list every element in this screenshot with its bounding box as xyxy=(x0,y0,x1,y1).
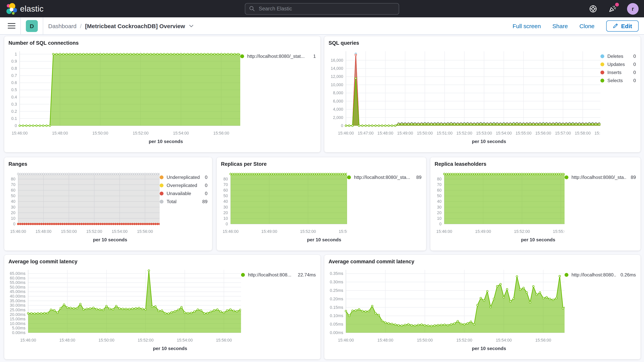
command-commit-latency-chart[interactable]: 15:46:0015:48:0015:50:0015:52:0015:54:00… xyxy=(324,264,564,357)
svg-text:12,000: 12,000 xyxy=(331,74,343,79)
legend-color-dot xyxy=(241,273,245,276)
svg-text:0: 0 xyxy=(226,222,228,226)
sql-queries-chart[interactable]: 15:46:0015:47:0015:48:0015:49:0015:50:00… xyxy=(324,46,600,150)
svg-text:15:52:00: 15:52:00 xyxy=(133,131,148,135)
svg-text:0.00ms: 0.00ms xyxy=(330,330,343,335)
legend-item[interactable]: http://localhost:8080/_stat...1 xyxy=(240,52,316,60)
svg-text:15:58:00: 15:58:00 xyxy=(575,131,590,135)
svg-text:20: 20 xyxy=(223,210,228,215)
edit-button-label: Edit xyxy=(621,22,632,29)
legend-item[interactable]: Total89 xyxy=(160,198,208,206)
legend-color-dot xyxy=(160,192,164,195)
nav-bar: D Dashboard / [Metricbeat CockroachDB] O… xyxy=(0,17,644,35)
replicas-per-store-chart[interactable]: 15:46:0015:49:0015:52:0015:55:0015:58:00… xyxy=(217,167,347,249)
breadcrumb-dashboard[interactable]: Dashboard xyxy=(48,22,76,29)
chart-svg: 15:46:0015:48:0015:50:0015:52:0015:54:00… xyxy=(4,167,160,249)
svg-text:0.25ms: 0.25ms xyxy=(330,288,343,292)
svg-text:15:49:00: 15:49:00 xyxy=(261,229,277,234)
svg-text:15:49:00: 15:49:00 xyxy=(475,229,491,234)
kibana-app: elastic xyxy=(0,0,644,362)
sql-connections-chart[interactable]: 15:46:0015:48:0015:50:0015:52:0015:54:00… xyxy=(4,46,240,150)
elastic-logo-icon xyxy=(6,2,17,15)
svg-text:70: 70 xyxy=(223,182,228,187)
replica-leaseholders-chart[interactable]: 15:46:0015:49:0015:52:0015:55:0015:58:00… xyxy=(430,167,564,249)
svg-text:per 10 seconds: per 10 seconds xyxy=(521,237,555,242)
legend-value: 22.74ms xyxy=(298,272,316,278)
legend-color-dot xyxy=(600,54,604,58)
svg-text:per 10 seconds: per 10 seconds xyxy=(307,237,341,242)
legend-value: 0 xyxy=(205,182,208,188)
log-commit-latency-chart[interactable]: 15:46:0015:48:0015:50:0015:52:0015:54:00… xyxy=(4,264,241,357)
svg-text:0: 0 xyxy=(341,123,343,128)
pencil-icon xyxy=(612,23,618,28)
svg-text:15:46:00: 15:46:00 xyxy=(20,338,36,342)
svg-text:15:48:00: 15:48:00 xyxy=(377,131,393,135)
chart-svg: 15:46:0015:47:0015:48:0015:49:0015:50:00… xyxy=(324,46,600,150)
chart-title: Replicas per Store xyxy=(217,157,426,167)
user-avatar[interactable]: r xyxy=(627,3,638,14)
brand-text: elastic xyxy=(20,4,44,13)
dashboard-app-badge[interactable]: D xyxy=(26,20,38,32)
full-screen-button[interactable]: Full screen xyxy=(512,22,541,29)
legend-item[interactable]: http://localhost:808...22.74ms xyxy=(241,271,316,279)
svg-text:0.10ms: 0.10ms xyxy=(330,314,343,318)
share-button[interactable]: Share xyxy=(552,22,568,29)
svg-text:80: 80 xyxy=(11,177,16,181)
legend-value: 0 xyxy=(205,191,208,196)
legend-item[interactable]: http://localhost:8080/_sta...89 xyxy=(564,173,636,181)
svg-text:55.00ms: 55.00ms xyxy=(10,280,26,285)
ranges-chart[interactable]: 15:46:0015:48:0015:50:0015:52:0015:54:00… xyxy=(4,167,160,249)
svg-text:15:52:00: 15:52:00 xyxy=(86,229,102,234)
help-icon[interactable] xyxy=(588,4,598,13)
legend-label: Updates xyxy=(607,62,629,67)
separator xyxy=(43,17,43,34)
svg-text:0.30ms: 0.30ms xyxy=(330,280,343,284)
log-commit-latency-legend: http://localhost:808...22.74ms xyxy=(241,264,320,357)
legend-item[interactable]: Selects0 xyxy=(600,76,636,84)
svg-text:per 10 seconds: per 10 seconds xyxy=(472,139,506,144)
legend-item[interactable]: Deletes0 xyxy=(600,52,636,60)
legend-color-dot xyxy=(600,70,604,74)
edit-button[interactable]: Edit xyxy=(606,20,638,32)
legend-item[interactable]: Unavailable0 xyxy=(160,189,208,198)
legend-item[interactable]: Underreplicated0 xyxy=(160,173,208,181)
menu-icon[interactable] xyxy=(8,23,16,29)
svg-text:0: 0 xyxy=(15,123,17,128)
svg-text:25.00ms: 25.00ms xyxy=(10,308,26,312)
legend-item[interactable]: Overreplicated0 xyxy=(160,181,208,189)
panel-sql-queries: SQL queries 15:46:0015:47:0015:48:0015:4… xyxy=(324,36,640,152)
legend-color-dot xyxy=(600,62,604,66)
svg-text:40: 40 xyxy=(11,199,16,204)
svg-text:15:56:00: 15:56:00 xyxy=(213,131,229,135)
clone-button[interactable]: Clone xyxy=(580,22,594,29)
legend-label: Deletes xyxy=(607,54,629,59)
ranges-legend: Underreplicated0Overreplicated0Unavailab… xyxy=(160,167,212,249)
svg-text:65.00ms: 65.00ms xyxy=(10,271,26,276)
legend-label: Selects xyxy=(607,78,629,83)
svg-text:15:47:00: 15:47:00 xyxy=(358,131,374,135)
elastic-logo[interactable]: elastic xyxy=(6,2,44,15)
svg-text:15:54:00: 15:54:00 xyxy=(496,338,512,342)
svg-text:50.00ms: 50.00ms xyxy=(10,285,26,289)
legend-item[interactable]: Inserts0 xyxy=(600,68,636,76)
svg-text:40: 40 xyxy=(437,199,442,204)
legend-item[interactable]: http://localhost:8080...0.26ms xyxy=(564,271,636,279)
legend-color-dot xyxy=(160,200,164,203)
global-search[interactable] xyxy=(245,3,399,14)
svg-text:0.00ms: 0.00ms xyxy=(12,330,26,335)
news-icon[interactable] xyxy=(608,4,617,13)
chevron-down-icon[interactable] xyxy=(188,23,194,28)
legend-label: Overreplicated xyxy=(166,182,201,188)
legend-label: http://localhost:808... xyxy=(248,272,294,278)
legend-item[interactable]: Updates0 xyxy=(600,60,636,68)
svg-text:0.6: 0.6 xyxy=(12,80,17,85)
svg-text:15:46:00: 15:46:00 xyxy=(338,338,354,342)
svg-text:15:52:00: 15:52:00 xyxy=(300,229,316,234)
svg-text:15:53:00: 15:53:00 xyxy=(476,131,492,135)
svg-text:15:46:00: 15:46:00 xyxy=(436,229,452,234)
svg-text:per 10 seconds: per 10 seconds xyxy=(472,346,506,351)
svg-text:15:54:00: 15:54:00 xyxy=(173,131,189,135)
search-input[interactable] xyxy=(258,6,395,12)
svg-text:60: 60 xyxy=(437,188,442,192)
legend-item[interactable]: http://localhost:8080/_sta...89 xyxy=(347,173,422,181)
